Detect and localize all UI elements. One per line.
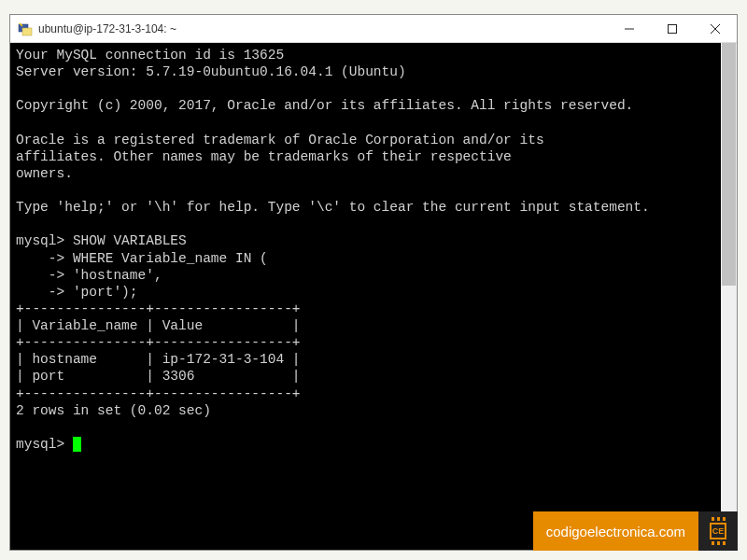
- line: +---------------+-----------------+: [16, 386, 301, 401]
- line: | Variable_name | Value |: [16, 318, 301, 333]
- window-title: ubuntu@ip-172-31-3-104: ~: [38, 22, 608, 35]
- line: Oracle is a registered trademark of Orac…: [16, 133, 544, 147]
- line: -> WHERE Variable_name IN (: [16, 251, 268, 266]
- table-row: | port | 3306 |: [16, 369, 301, 384]
- terminal-output[interactable]: Your MySQL connection id is 13625 Server…: [10, 43, 721, 550]
- maximize-button[interactable]: [651, 15, 694, 42]
- table-row: | hostname | ip-172-31-3-104 |: [16, 352, 301, 367]
- watermark-logo: CE: [698, 511, 738, 551]
- line: Copyright (c) 2000, 2017, Oracle and/or …: [16, 98, 633, 113]
- chip-icon: CE: [704, 517, 732, 545]
- line: Server version: 5.7.19-0ubuntu0.16.04.1 …: [16, 64, 406, 79]
- line: affiliates. Other names may be trademark…: [16, 149, 512, 164]
- line: +---------------+-----------------+: [16, 335, 301, 350]
- cursor: [73, 437, 81, 452]
- svg-rect-3: [669, 24, 677, 33]
- watermark: codigoelectronica.com CE: [533, 511, 738, 551]
- line: -> 'hostname',: [16, 268, 162, 283]
- minimize-button[interactable]: [608, 15, 651, 42]
- line: mysql> SHOW VARIABLES: [16, 233, 187, 248]
- line: +---------------+-----------------+: [16, 301, 301, 316]
- line: owners.: [16, 166, 73, 181]
- window-controls: [608, 15, 737, 42]
- scroll-thumb[interactable]: [722, 43, 736, 286]
- line: -> 'port');: [16, 285, 138, 300]
- scrollbar[interactable]: [721, 43, 737, 550]
- putty-icon: [18, 21, 33, 36]
- line: Your MySQL connection id is 13625: [16, 48, 284, 63]
- prompt: mysql>: [16, 437, 73, 452]
- svg-rect-1: [22, 28, 32, 35]
- close-button[interactable]: [694, 15, 737, 42]
- watermark-text: codigoelectronica.com: [533, 511, 698, 551]
- terminal-window: ubuntu@ip-172-31-3-104: ~ Your MySQL con…: [9, 14, 738, 551]
- terminal-area: Your MySQL connection id is 13625 Server…: [10, 43, 737, 550]
- line: Type 'help;' or '\h' for help. Type '\c'…: [16, 200, 650, 215]
- titlebar[interactable]: ubuntu@ip-172-31-3-104: ~: [10, 15, 737, 43]
- line: 2 rows in set (0.02 sec): [16, 403, 211, 418]
